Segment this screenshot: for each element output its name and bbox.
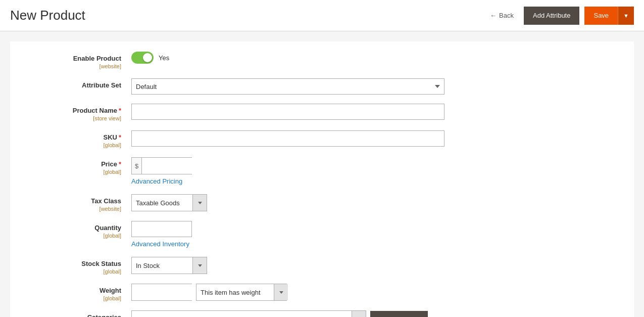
stock-status-sub: [global] bbox=[20, 268, 121, 275]
stock-status-arrow-button[interactable] bbox=[192, 257, 207, 274]
quantity-input[interactable] bbox=[131, 221, 192, 237]
save-dropdown-button[interactable]: ▼ bbox=[618, 7, 634, 25]
weight-input-row: lbs This item has weight This item has n… bbox=[131, 284, 444, 301]
price-row: Price* [global] $ Advanced Pricing bbox=[10, 157, 634, 185]
categories-label: Categories bbox=[20, 313, 121, 317]
weight-label: Weight bbox=[20, 287, 121, 294]
weight-type-arrow-button[interactable] bbox=[274, 284, 288, 300]
enable-product-toggle[interactable] bbox=[131, 52, 154, 64]
enable-product-value: Yes bbox=[159, 54, 169, 62]
tax-class-arrow-button[interactable] bbox=[192, 195, 207, 211]
attribute-set-select[interactable]: Default bbox=[131, 78, 444, 95]
tax-class-select-wrapper: Taxable Goods None bbox=[131, 194, 207, 211]
new-category-button[interactable]: New Category bbox=[370, 311, 428, 317]
form-section: Enable Product [website] Yes Attribute S… bbox=[10, 41, 634, 317]
categories-arrow-button[interactable] bbox=[352, 311, 366, 317]
weight-input-wrapper: lbs bbox=[131, 284, 192, 301]
sku-control bbox=[131, 130, 444, 147]
add-attribute-button[interactable]: Add Attribute bbox=[524, 7, 579, 25]
save-button[interactable]: Save bbox=[584, 7, 618, 25]
sku-label-group: SKU* [global] bbox=[20, 130, 131, 148]
back-label: Back bbox=[499, 12, 514, 19]
price-label: Price* bbox=[20, 160, 121, 168]
stock-status-label-group: Stock Status [global] bbox=[20, 257, 131, 275]
advanced-inventory-link[interactable]: Advanced Inventory bbox=[131, 240, 444, 248]
weight-row: Weight [global] lbs This item has weight… bbox=[10, 284, 634, 301]
categories-row: Categories [global] New Category bbox=[10, 310, 634, 317]
sku-required: * bbox=[119, 133, 121, 141]
product-name-label-group: Product Name* [store view] bbox=[20, 104, 131, 121]
price-input[interactable] bbox=[142, 158, 235, 174]
weight-type-chevron-icon bbox=[279, 291, 283, 294]
price-required: * bbox=[119, 160, 121, 168]
enable-product-row: Enable Product [website] Yes bbox=[10, 52, 634, 69]
stock-status-select[interactable]: In Stock Out of Stock bbox=[132, 257, 192, 274]
advanced-pricing-link[interactable]: Advanced Pricing bbox=[131, 177, 444, 185]
price-currency-symbol: $ bbox=[132, 158, 142, 174]
product-name-label: Product Name* bbox=[20, 107, 121, 114]
weight-control: lbs This item has weight This item has n… bbox=[131, 284, 444, 301]
tax-class-sub: [website] bbox=[20, 206, 121, 212]
stock-status-chevron-icon bbox=[198, 264, 202, 267]
save-dropdown-icon: ▼ bbox=[623, 13, 629, 19]
quantity-label-group: Quantity [global] bbox=[20, 221, 131, 239]
sku-row: SKU* [global] bbox=[10, 130, 634, 148]
enable-product-label: Enable Product bbox=[20, 55, 121, 62]
stock-status-row: Stock Status [global] In Stock Out of St… bbox=[10, 257, 634, 275]
back-button[interactable]: ← Back bbox=[485, 9, 519, 22]
stock-status-select-wrapper: In Stock Out of Stock bbox=[131, 257, 207, 274]
page-title: New Product bbox=[10, 8, 85, 23]
product-name-control bbox=[131, 104, 444, 120]
attribute-set-row: Attribute Set Default bbox=[10, 78, 634, 95]
enable-product-label-group: Enable Product [website] bbox=[20, 52, 131, 69]
quantity-label: Quantity bbox=[20, 224, 121, 232]
quantity-row: Quantity [global] Advanced Inventory bbox=[10, 221, 634, 248]
attribute-set-label: Attribute Set bbox=[20, 81, 121, 89]
header-actions: ← Back Add Attribute Save ▼ bbox=[485, 7, 634, 25]
price-control: $ Advanced Pricing bbox=[131, 157, 444, 185]
product-name-input[interactable] bbox=[131, 104, 444, 120]
categories-input[interactable] bbox=[132, 311, 352, 317]
enable-product-sub: [website] bbox=[20, 63, 121, 69]
weight-label-group: Weight [global] bbox=[20, 284, 131, 301]
save-button-group: Save ▼ bbox=[584, 7, 634, 25]
toggle-slider bbox=[131, 52, 154, 64]
price-sub: [global] bbox=[20, 169, 121, 175]
tax-class-label-group: Tax Class [website] bbox=[20, 194, 131, 212]
tax-class-row: Tax Class [website] Taxable Goods None bbox=[10, 194, 634, 212]
stock-status-control: In Stock Out of Stock bbox=[131, 257, 444, 274]
categories-control: New Category bbox=[131, 310, 444, 317]
product-name-row: Product Name* [store view] bbox=[10, 104, 634, 121]
price-label-group: Price* [global] bbox=[20, 157, 131, 175]
product-name-required: * bbox=[119, 107, 121, 114]
main-content: Enable Product [website] Yes Attribute S… bbox=[0, 31, 644, 317]
sku-input[interactable] bbox=[131, 130, 444, 147]
quantity-sub: [global] bbox=[20, 233, 121, 239]
price-input-wrapper: $ bbox=[131, 157, 192, 174]
quantity-control: Advanced Inventory bbox=[131, 221, 444, 248]
attribute-set-label-group: Attribute Set bbox=[20, 78, 131, 89]
categories-select-wrapper bbox=[131, 310, 366, 317]
tax-class-control: Taxable Goods None bbox=[131, 194, 444, 211]
categories-input-row: New Category bbox=[131, 310, 444, 317]
enable-product-control: Yes bbox=[131, 52, 444, 64]
back-arrow-icon: ← bbox=[490, 12, 497, 19]
toggle-row: Yes bbox=[131, 52, 444, 64]
sku-label: SKU* bbox=[20, 133, 121, 141]
categories-label-group: Categories [global] bbox=[20, 310, 131, 317]
stock-status-label: Stock Status bbox=[20, 260, 121, 267]
weight-sub: [global] bbox=[20, 295, 121, 301]
attribute-set-control: Default bbox=[131, 78, 444, 95]
page-header: New Product ← Back Add Attribute Save ▼ bbox=[0, 0, 644, 31]
tax-class-select[interactable]: Taxable Goods None bbox=[132, 195, 192, 211]
weight-type-select-wrapper: This item has weight This item has no we… bbox=[196, 284, 287, 301]
sku-sub: [global] bbox=[20, 142, 121, 148]
weight-type-select[interactable]: This item has weight This item has no we… bbox=[196, 284, 274, 300]
tax-class-label: Tax Class bbox=[20, 197, 121, 205]
product-name-sub: [store view] bbox=[20, 115, 121, 121]
tax-class-chevron-icon bbox=[198, 202, 202, 204]
